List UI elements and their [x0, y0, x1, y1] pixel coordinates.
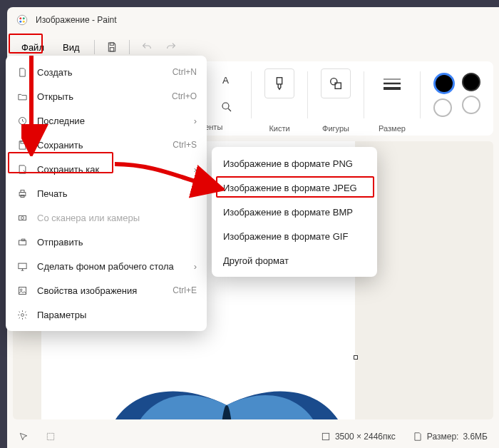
chevron-right-icon: ›	[194, 164, 197, 175]
saveas-png[interactable]: Изображение в формате PNG	[212, 151, 377, 175]
props-icon	[16, 284, 29, 297]
menu-label: Сохранить как	[37, 164, 99, 175]
menu-send[interactable]: Отправить	[6, 230, 207, 254]
menu-label: Параметры	[37, 310, 86, 320]
primary-color[interactable]	[433, 73, 455, 94]
resize-handle[interactable]	[354, 355, 358, 360]
magnify-icon[interactable]	[215, 96, 238, 118]
svg-point-0	[17, 15, 27, 25]
svg-point-10	[222, 103, 229, 109]
menu-label: Последние	[37, 116, 85, 126]
menu-save[interactable]: Сохранить Ctrl+S	[6, 133, 207, 157]
save-as-submenu: Изображение в формате PNG Изображение в …	[212, 147, 377, 277]
menu-set-bg[interactable]: Сделать фоном рабочего стола ›	[6, 254, 207, 278]
desktop-icon	[16, 260, 29, 273]
ribbon-size: Размер	[377, 68, 407, 133]
save-icon	[16, 138, 29, 151]
separator	[94, 40, 95, 54]
svg-rect-24	[19, 192, 26, 195]
canvas-image	[70, 377, 384, 419]
ribbon-shapes-label: Фигуры	[322, 124, 349, 133]
shortcut: Ctrl+S	[173, 140, 197, 150]
window-title: Изображение - Paint	[36, 15, 117, 25]
brush-icon[interactable]	[264, 68, 294, 98]
menu-recent[interactable]: Последние ›	[6, 108, 207, 133]
dims-text: 3500 × 2446пкс	[335, 432, 396, 442]
ribbon-brushes: Кисти	[264, 68, 294, 133]
svg-point-33	[21, 313, 24, 316]
svg-rect-21	[322, 433, 329, 439]
save-as-icon	[16, 163, 29, 175]
send-icon	[16, 235, 29, 248]
menu-label: Открыть	[37, 91, 73, 102]
menu-label: Изображение в формате BMP	[223, 207, 353, 218]
titlebar: Изображение - Paint	[7, 7, 499, 33]
ribbon-shapes: Фигуры	[321, 68, 351, 133]
saveas-gif[interactable]: Изображение в формате GIF	[212, 224, 377, 248]
menu-new[interactable]: Создать Ctrl+N	[6, 60, 207, 84]
separator	[129, 40, 130, 54]
shortcut: Ctrl+N	[173, 67, 197, 77]
size-label: Размер:	[427, 432, 459, 442]
svg-rect-11	[277, 78, 282, 84]
file-menu-dropdown: Создать Ctrl+N Открыть Ctrl+O Последние …	[6, 56, 207, 331]
file-size: Размер: 3.6МБ	[413, 432, 488, 442]
size-icon[interactable]	[377, 68, 407, 98]
menu-settings[interactable]: Параметры	[6, 302, 207, 327]
menu-open[interactable]: Открыть Ctrl+O	[6, 84, 207, 108]
size-value: 3.6МБ	[463, 432, 488, 442]
color-swatch[interactable]	[462, 73, 480, 91]
svg-rect-30	[18, 263, 26, 269]
svg-point-2	[23, 17, 25, 19]
svg-rect-20	[47, 433, 53, 439]
ribbon-size-label: Размер	[379, 124, 406, 133]
scanner-icon	[16, 211, 29, 224]
svg-point-4	[23, 21, 25, 23]
svg-point-12	[331, 78, 337, 85]
recent-icon	[16, 114, 29, 127]
menu-label: Со сканера или камеры	[37, 213, 140, 223]
svg-rect-6	[110, 48, 113, 51]
shortcut: Ctrl+E	[173, 285, 197, 295]
cursor-pos	[19, 432, 29, 442]
menu-view[interactable]: Вид	[54, 38, 88, 57]
shortcut: Ctrl+O	[172, 91, 197, 101]
menu-label: Печать	[37, 188, 68, 199]
svg-rect-5	[110, 43, 113, 45]
menu-print[interactable]: Печать ›	[6, 181, 207, 205]
ribbon-colors	[433, 68, 480, 133]
chevron-right-icon: ›	[194, 261, 197, 272]
menu-props[interactable]: Свойства изображения Ctrl+E	[6, 278, 207, 302]
text-icon[interactable]: A	[215, 68, 238, 91]
menu-label: Свойства изображения	[37, 285, 137, 296]
shapes-icon[interactable]	[321, 68, 351, 98]
selection-size	[46, 432, 56, 442]
saveas-jpeg[interactable]: Изображение в формате JPEG	[212, 175, 377, 200]
svg-point-1	[19, 17, 21, 19]
chevron-right-icon: ›	[194, 116, 197, 126]
menu-file[interactable]: Файл	[13, 38, 53, 57]
menu-label: Создать	[37, 67, 72, 78]
svg-rect-31	[19, 287, 26, 294]
menu-scanner: Со сканера или камеры	[6, 205, 207, 230]
menu-label: Изображение в формате JPEG	[223, 183, 357, 193]
saveas-other[interactable]: Другой формат	[212, 248, 377, 273]
color-swatch[interactable]	[462, 96, 480, 114]
svg-point-32	[20, 289, 22, 291]
ribbon-brushes-label: Кисти	[269, 124, 289, 133]
open-icon	[16, 90, 29, 103]
menu-label: Сохранить	[37, 140, 83, 151]
menu-label: Отправить	[37, 237, 83, 248]
secondary-color[interactable]	[433, 98, 452, 117]
menu-save-as[interactable]: Сохранить как ›	[6, 157, 207, 181]
gear-icon	[16, 308, 29, 321]
saveas-bmp[interactable]: Изображение в формате BMP	[212, 200, 377, 224]
svg-point-28	[21, 216, 24, 219]
menu-label: Другой формат	[223, 255, 289, 266]
app-icon	[16, 14, 29, 26]
new-icon	[16, 66, 29, 78]
svg-point-3	[19, 21, 21, 23]
menu-label: Изображение в формате GIF	[223, 231, 348, 242]
svg-rect-23	[21, 141, 24, 143]
canvas-dims: 3500 × 2446пкс	[321, 432, 396, 442]
